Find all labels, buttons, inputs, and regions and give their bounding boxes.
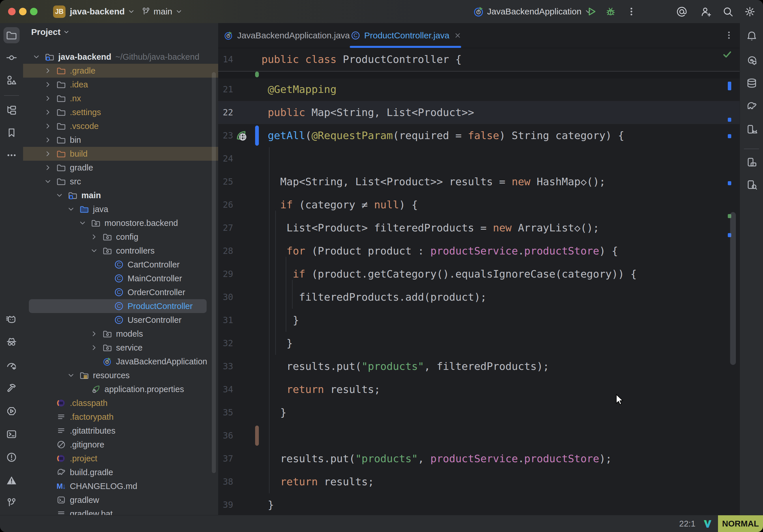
code-line-27[interactable]: 27 List<Product> filteredProducts = new … <box>218 216 740 240</box>
terminal-tool-button[interactable] <box>3 426 20 442</box>
code-line-39[interactable]: 39 } <box>218 493 740 515</box>
tree-item-build[interactable]: build <box>23 147 218 161</box>
tree-item-resources[interactable]: resources <box>23 369 218 382</box>
tree-item-gradlew-bat[interactable]: gradlew.bat <box>23 507 218 515</box>
code-line-38[interactable]: 38 return results; <box>218 470 740 493</box>
code-line-31[interactable]: 31 } <box>218 309 740 332</box>
tree-item-build-gradle[interactable]: build.gradle <box>23 465 218 479</box>
close-window-button[interactable] <box>8 8 16 15</box>
analysis-stripe-mark[interactable] <box>728 181 731 185</box>
run-button[interactable] <box>585 6 598 17</box>
rest-globe-icon[interactable] <box>236 130 248 142</box>
chevron-down-icon[interactable] <box>44 174 52 188</box>
code-line-21[interactable]: 21 @GetMapping <box>218 78 740 101</box>
code-line-36[interactable]: 36 <box>218 424 740 447</box>
tree-item--idea[interactable]: .idea <box>23 78 218 91</box>
tree-item-monostore-backend[interactable]: monostore.backend <box>23 216 218 230</box>
editor-tab-javabackendapplication-java[interactable]: JavaBackendApplication.java <box>221 23 353 48</box>
tree-item-controllers[interactable]: controllers <box>23 244 218 258</box>
settings-button[interactable] <box>743 6 756 17</box>
chevron-right-icon[interactable] <box>44 105 52 119</box>
tree-item-ordercontroller[interactable]: COrderController <box>23 285 218 299</box>
chevron-down-icon[interactable] <box>55 188 63 202</box>
profiler-tool-button[interactable] <box>3 357 20 373</box>
build-tool-button[interactable] <box>3 380 20 396</box>
tree-item-cartcontroller[interactable]: CCartController <box>23 258 218 271</box>
pull-requests-tool-button[interactable] <box>3 72 20 88</box>
branch-selector[interactable]: main <box>142 0 183 23</box>
database-tool-button[interactable] <box>744 75 760 91</box>
code-line-32[interactable]: 32 } <box>218 332 740 355</box>
tree-item-changelog-md[interactable]: M↓CHANGELOG.md <box>23 479 218 493</box>
tree-item--classpath[interactable]: .classpath <box>23 396 218 410</box>
tree-item--nx[interactable]: .nx <box>23 91 218 105</box>
chevron-right-icon[interactable] <box>44 64 52 78</box>
warnings-tool-button[interactable] <box>3 472 20 488</box>
code-line-28[interactable]: 28 for (Product product : productService… <box>218 240 740 263</box>
tree-item--vscode[interactable]: .vscode <box>23 119 218 133</box>
tree-item-bin[interactable]: bin <box>23 133 218 147</box>
code-line-29[interactable]: 29 if (product.getCategory().equalsIgnor… <box>218 263 740 286</box>
chevron-right-icon[interactable] <box>44 78 52 91</box>
tree-item-usercontroller[interactable]: CUserController <box>23 313 218 327</box>
incognito-tool-button[interactable] <box>3 334 20 350</box>
tree-item-application-properties[interactable]: application.properties <box>23 382 218 396</box>
tree-item-gradle[interactable]: gradle <box>23 161 218 174</box>
ai-assistant-tool-button[interactable] <box>744 52 760 68</box>
code-line-35[interactable]: 35 } <box>218 401 740 424</box>
structure-tool-button[interactable] <box>3 102 20 118</box>
tree-item--gitignore[interactable]: .gitignore <box>23 438 218 452</box>
ai-assistant-button[interactable] <box>675 6 688 17</box>
chevron-right-icon[interactable] <box>90 230 98 244</box>
tree-item-javabackendapplication[interactable]: JavaBackendApplication <box>23 355 218 369</box>
editor-scrollbar[interactable] <box>730 212 736 365</box>
chevron-right-icon[interactable] <box>44 133 52 147</box>
code-line-25[interactable]: 25 Map<String, List<Product>> results = … <box>218 170 740 193</box>
version-control-tool-button[interactable] <box>3 495 20 511</box>
tree-item-src[interactable]: src <box>23 174 218 188</box>
run-configuration-selector[interactable]: JavaBackendApplication <box>473 0 592 23</box>
minimize-window-button[interactable] <box>19 8 27 15</box>
chevron-right-icon[interactable] <box>90 341 98 355</box>
vim-mode-badge[interactable]: NORMAL <box>718 515 763 532</box>
chevron-right-icon[interactable] <box>44 119 52 133</box>
tree-item-config[interactable]: config <box>23 230 218 244</box>
code-area[interactable]: 14public class ProductController {21 @Ge… <box>218 48 740 515</box>
close-icon[interactable] <box>453 31 462 40</box>
analysis-stripe-mark[interactable] <box>728 134 731 138</box>
code-line-37[interactable]: 37 results.put("products", productServic… <box>218 447 740 470</box>
commit-tool-button[interactable] <box>3 50 20 66</box>
code-line-14[interactable]: 14public class ProductController { <box>218 48 740 71</box>
chevron-right-icon[interactable] <box>44 91 52 105</box>
editor[interactable]: JavaBackendApplication.javaCProductContr… <box>218 23 740 515</box>
project-tool-button[interactable] <box>3 27 20 43</box>
project-tree-scrollbar[interactable] <box>212 72 216 473</box>
code-line-34[interactable]: 34 return results; <box>218 378 740 401</box>
analysis-stripe-mark[interactable] <box>728 82 731 90</box>
inspections-ok-icon[interactable] <box>721 49 733 60</box>
services-tool-button[interactable] <box>3 403 20 419</box>
folded-region[interactable] <box>218 71 740 78</box>
chevron-down-icon[interactable] <box>90 244 98 258</box>
caret-position[interactable]: 22:1 <box>672 515 696 532</box>
tree-item--gitattributes[interactable]: .gitattributes <box>23 424 218 438</box>
tree-item--gradle[interactable]: .gradle <box>23 64 218 78</box>
more-actions-button[interactable] <box>625 6 638 17</box>
tree-item-gradlew[interactable]: gradlew <box>23 493 218 507</box>
problems-tool-button[interactable] <box>3 449 20 465</box>
chevron-down-icon[interactable] <box>67 369 75 382</box>
chevron-down-icon[interactable] <box>32 50 41 64</box>
project-panel-header[interactable]: Project <box>31 27 70 37</box>
chevron-right-icon[interactable] <box>44 161 52 174</box>
tree-item--project[interactable]: .project <box>23 452 218 465</box>
code-line-22[interactable]: 22 public Map<String, List<Product>> <box>218 101 740 124</box>
tree-item--factorypath[interactable]: .factorypath <box>23 410 218 424</box>
tree-item-maincontroller[interactable]: CMainController <box>23 271 218 285</box>
code-line-24[interactable]: 24 <box>218 147 740 170</box>
tree-item-java[interactable]: java <box>23 202 218 216</box>
ideavim-icon[interactable] <box>703 519 712 529</box>
editor-tab-productcontroller-java[interactable]: CProductController.java <box>348 23 465 48</box>
code-line-26[interactable]: 26 if (category ≠ null) { <box>218 193 740 216</box>
code-line-30[interactable]: 30 filteredProducts.add(product); <box>218 286 740 309</box>
bookmarks-tool-button[interactable] <box>3 125 20 141</box>
